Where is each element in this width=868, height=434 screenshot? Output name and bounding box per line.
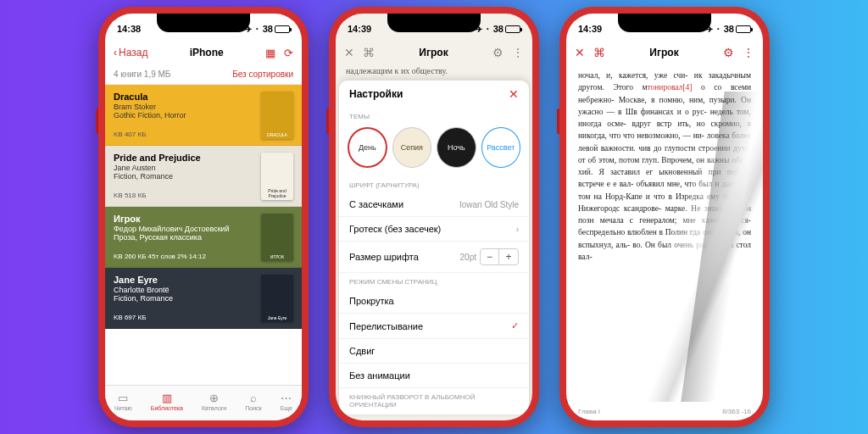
theme-night[interactable]: Ночь xyxy=(437,127,476,168)
book-size: KB 518 КБ xyxy=(114,192,261,199)
tab-more[interactable]: ⋯Еще xyxy=(281,392,292,411)
book-title: Dracula xyxy=(114,92,261,102)
tab-catalogs[interactable]: ⊕Каталоги xyxy=(202,392,226,411)
book-cover: Jane Eyre xyxy=(261,275,293,322)
reader-title: Игрок xyxy=(419,47,448,58)
wifi-icon: ⬞ xyxy=(254,24,260,34)
section-spread: КНИЖНЫЙ РАЗВОРОТ В АЛЬБОМНОЙ ОРИЕНТАЦИИ xyxy=(339,388,529,412)
close-panel-button[interactable]: ✕ xyxy=(509,87,519,101)
back-button[interactable]: ‹ Назад xyxy=(114,47,147,58)
book-item[interactable]: Dracula Bram Stoker Gothic Fiction, Horr… xyxy=(105,85,302,146)
phone-settings: 14:39 ✈︎ ⬞ 38 ✕ ⌘ Игрок ⚙ ⋮ надлежащим к… xyxy=(329,7,539,427)
book-genre: Проза, Русская классика xyxy=(114,233,261,242)
font-size-stepper: − + xyxy=(480,248,519,265)
font-sans-row[interactable]: Гротеск (без засечек) › xyxy=(339,217,529,242)
reader-snippet: надлежащим к их обществу. xyxy=(336,66,532,81)
book-author: Федор Михайлович Достоевский xyxy=(114,225,261,233)
paging-flip[interactable]: Перелистывание✓ xyxy=(339,314,529,339)
theme-day[interactable]: День xyxy=(348,127,387,168)
book-title: Jane Eyre xyxy=(114,275,261,285)
section-themes: ТЕМЫ xyxy=(339,108,529,124)
globe-icon: ⊕ xyxy=(209,392,219,404)
book-title: Pride and Prejudice xyxy=(114,153,261,163)
time: 14:39 xyxy=(348,24,371,34)
page-title: iPhone xyxy=(147,47,265,58)
chapter-label: Глава I xyxy=(578,408,600,415)
grid-icon[interactable]: ⌘ xyxy=(363,46,375,59)
theme-sepia[interactable]: Сепия xyxy=(392,127,431,168)
battery-indicator: 38 xyxy=(493,24,520,34)
grid-icon[interactable]: ▦ xyxy=(265,47,275,59)
section-paging: РЕЖИМ СМЕНЫ СТРАНИЦ xyxy=(339,273,529,289)
font-serif-row[interactable]: С засечками Iowan Old Style xyxy=(339,192,529,217)
reader-footer: Глава I 8/363 -16 xyxy=(578,408,751,415)
battery-indicator: 38 xyxy=(724,24,751,34)
panel-title: Настройки xyxy=(349,88,403,100)
notch xyxy=(387,14,481,32)
time: 14:39 xyxy=(578,24,602,34)
book-item[interactable]: Jane Eyre Charlotte Brontë Fiction, Roma… xyxy=(105,268,302,329)
chevron-right-icon: › xyxy=(516,225,519,234)
refresh-icon[interactable]: ⟳ xyxy=(284,47,293,59)
tab-library[interactable]: ▥Библиотека xyxy=(151,392,183,411)
paging-slide[interactable]: Сдвиг xyxy=(339,339,529,364)
spread-toggle-row: Книжный разворот xyxy=(339,412,529,415)
reader-page[interactable]: ночал, и, кажется, уже счи- ик закадычны… xyxy=(566,66,763,402)
theme-dawn[interactable]: Рассвет xyxy=(481,127,520,168)
book-author: Charlotte Brontë xyxy=(114,286,261,294)
settings-panel: Настройки ✕ ТЕМЫ День Сепия Ночь Рассвет… xyxy=(339,81,529,415)
check-icon: ✓ xyxy=(511,320,519,331)
paging-scroll[interactable]: Прокрутка xyxy=(339,289,529,314)
wifi-icon: ⬞ xyxy=(485,24,491,34)
battery-indicator: 38 xyxy=(263,24,290,34)
tabbar: ▭Читаю ▥Библиотека ⊕Каталоги ⌕Поиск ⋯Еще xyxy=(105,385,302,420)
reader-navbar: ✕ ⌘ Игрок ⚙ ⋮ xyxy=(336,39,532,66)
subheader: 4 книги 1,9 МБ Без сортировки xyxy=(105,66,302,85)
close-icon[interactable]: ✕ xyxy=(575,46,585,59)
wifi-icon: ⬞ xyxy=(715,24,721,34)
library-icon: ▥ xyxy=(162,392,172,404)
sort-button[interactable]: Без сортировки xyxy=(232,70,293,79)
book-author: Jane Austen xyxy=(114,164,261,172)
tab-reading[interactable]: ▭Читаю xyxy=(114,392,132,411)
book-count: 4 книги 1,9 МБ xyxy=(114,70,170,79)
decrease-button[interactable]: − xyxy=(481,249,499,264)
notch xyxy=(618,14,711,32)
book-title: Игрок xyxy=(114,214,261,224)
grid-icon[interactable]: ⌘ xyxy=(593,46,605,59)
book-genre: Fiction, Romance xyxy=(114,294,261,303)
sliders-icon[interactable]: ⚙ xyxy=(492,46,504,59)
book-cover: Pride and Prejudice xyxy=(261,153,293,200)
reader-title: Игрок xyxy=(649,47,678,58)
book-genre: Gothic Fiction, Horror xyxy=(114,111,261,120)
navbar: ‹ Назад iPhone ▦ ⟳ xyxy=(105,39,302,66)
phone-library: 14:38 ✈︎ ⬞ 38 ‹ Назад iPhone ▦ ⟳ 4 книги… xyxy=(98,7,309,427)
font-size-row: Размер шрифта 20pt − + xyxy=(339,242,529,273)
book-item[interactable]: Игрок Федор Михайлович Достоевский Проза… xyxy=(105,207,302,268)
sliders-icon[interactable]: ⚙ xyxy=(723,46,734,59)
book-genre: Fiction, Romance xyxy=(114,172,261,181)
book-author: Bram Stoker xyxy=(114,103,261,111)
book-item[interactable]: Pride and Prejudice Jane Austen Fiction,… xyxy=(105,146,302,207)
book-list[interactable]: Dracula Bram Stoker Gothic Fiction, Horr… xyxy=(105,85,302,397)
font-serif-value: Iowan Old Style xyxy=(459,200,519,209)
book-cover: DRACULA xyxy=(261,92,293,139)
time: 14:38 xyxy=(117,24,141,34)
font-size-value: 20pt xyxy=(460,253,476,262)
page-indicator: 8/363 -16 xyxy=(722,408,751,415)
more-icon: ⋯ xyxy=(281,392,292,404)
footnote-ref[interactable]: тонировал[4] xyxy=(647,83,692,92)
section-font: ШРИФТ (ГАРНИТУРА) xyxy=(339,176,529,192)
tab-search[interactable]: ⌕Поиск xyxy=(245,392,261,411)
more-icon[interactable]: ⋮ xyxy=(512,46,524,59)
paging-none[interactable]: Без анимации xyxy=(339,364,529,388)
more-icon[interactable]: ⋮ xyxy=(743,46,754,59)
book-size: KB 407 КБ xyxy=(114,131,261,138)
book-size: KB 260 КБ 45т слов 2% 14:12 xyxy=(114,253,261,260)
search-icon: ⌕ xyxy=(250,392,257,404)
reader-navbar: ✕ ⌘ Игрок ⚙ ⋮ xyxy=(566,39,763,66)
phone-reader: 14:39 ✈︎ ⬞ 38 ✕ ⌘ Игрок ⚙ ⋮ ночал, и, к xyxy=(559,7,770,427)
book-open-icon: ▭ xyxy=(118,392,128,404)
increase-button[interactable]: + xyxy=(499,249,518,264)
close-icon[interactable]: ✕ xyxy=(344,46,354,59)
